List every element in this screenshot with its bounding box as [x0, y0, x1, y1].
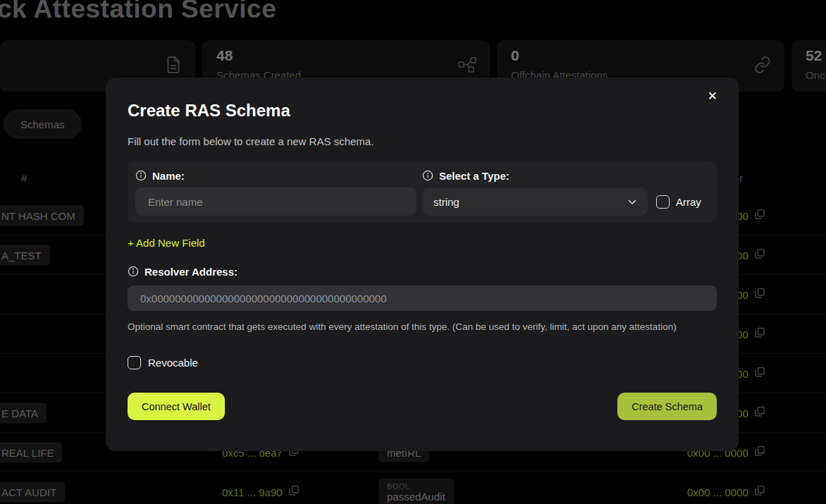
- revocable-checkbox[interactable]: [128, 356, 141, 369]
- info-icon: [135, 170, 147, 181]
- modal-subtitle: Fill out the form below to create a new …: [128, 135, 717, 148]
- app-window: ck Attestation Service 48 Schemas Create…: [0, 0, 826, 504]
- info-icon: [422, 170, 433, 181]
- resolver-address-input[interactable]: [128, 285, 717, 311]
- field-row-panel: Name: Select a Type: string Array: [128, 161, 717, 223]
- type-select[interactable]: string: [422, 188, 648, 216]
- create-schema-button[interactable]: Create Schema: [617, 393, 717, 420]
- revocable-checkbox-label: Revocable: [148, 357, 198, 369]
- array-checkbox-label: Array: [676, 196, 701, 208]
- close-icon[interactable]: ✕: [705, 87, 720, 105]
- type-select-value: string: [433, 196, 460, 208]
- modal-title: Create RAS Schema: [128, 101, 717, 120]
- chevron-down-icon: [628, 195, 636, 208]
- connect-wallet-button[interactable]: Connect Wallet: [128, 393, 225, 420]
- name-label: Name:: [152, 170, 185, 182]
- type-label: Select a Type:: [439, 170, 510, 182]
- add-new-field-button[interactable]: + Add New Field: [128, 237, 205, 249]
- create-schema-modal: ✕ Create RAS Schema Fill out the form be…: [106, 78, 739, 451]
- info-icon: [128, 266, 139, 277]
- resolver-help-text: Optional smart contract that gets execut…: [128, 320, 684, 334]
- name-input[interactable]: [135, 188, 417, 216]
- resolver-address-label: Resolver Address:: [144, 266, 238, 278]
- array-checkbox[interactable]: [656, 195, 670, 209]
